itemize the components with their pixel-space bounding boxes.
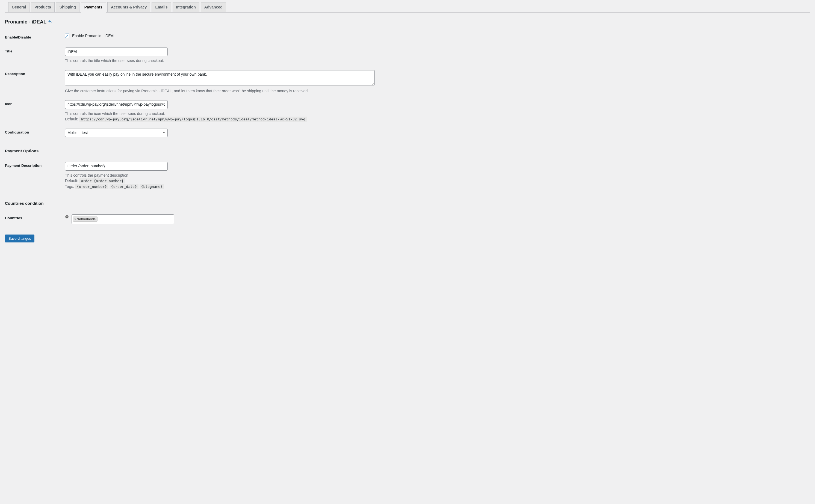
description-label: Description xyxy=(5,67,65,97)
tab-advanced[interactable]: Advanced xyxy=(201,2,226,13)
tab-integration[interactable]: Integration xyxy=(173,2,199,13)
payment-desc-tags-label: Tags: xyxy=(65,184,74,189)
title-label: Title xyxy=(5,44,65,67)
payment-desc-help-line1: This controls the payment description. xyxy=(65,173,129,177)
icon-input[interactable] xyxy=(65,100,168,109)
page-title: Pronamic - iDEAL xyxy=(5,19,810,25)
icon-help-line1: This controls the icon which the user se… xyxy=(65,111,165,116)
tab-accounts-privacy[interactable]: Accounts & Privacy xyxy=(107,2,150,13)
icon-help: This controls the icon which the user se… xyxy=(65,111,375,122)
tab-payments[interactable]: Payments xyxy=(81,2,106,13)
icon-label: Icon xyxy=(5,97,65,125)
payment-options-heading: Payment Options xyxy=(5,149,810,153)
return-arrow-icon xyxy=(48,20,52,24)
payment-description-input[interactable] xyxy=(65,162,168,171)
back-link[interactable] xyxy=(48,20,52,24)
configuration-label: Configuration xyxy=(5,125,65,141)
enable-disable-label: Enable/Disable xyxy=(5,30,65,44)
payment-desc-tag-1: {order_date} xyxy=(109,184,138,189)
country-tag: × Netherlands xyxy=(73,217,97,222)
payment-desc-default-code: Order {order_number} xyxy=(79,178,125,183)
remove-tag-icon[interactable]: × xyxy=(74,217,76,221)
enable-checkbox[interactable] xyxy=(65,34,69,38)
payment-desc-tag-0: {order_number} xyxy=(75,184,108,189)
country-tag-label: Netherlands xyxy=(76,217,96,221)
countries-multiselect[interactable]: × Netherlands xyxy=(72,214,174,224)
svg-text:?: ? xyxy=(66,216,68,218)
tab-shipping[interactable]: Shipping xyxy=(56,2,79,13)
title-help: This controls the title which the user s… xyxy=(65,58,375,63)
countries-label: Countries xyxy=(5,211,65,227)
description-help: Give the customer instructions for payin… xyxy=(65,88,375,94)
page-title-text: Pronamic - iDEAL xyxy=(5,19,46,25)
help-tooltip-icon[interactable]: ? xyxy=(65,215,69,219)
payment-desc-tag-2: {blogname} xyxy=(140,184,164,189)
description-textarea[interactable]: With iDEAL you can easily pay online in … xyxy=(65,70,375,85)
configuration-select[interactable]: Mollie – test xyxy=(65,129,168,137)
countries-condition-heading: Countries condition xyxy=(5,201,810,206)
title-input[interactable] xyxy=(65,48,168,56)
enable-checkbox-label: Enable Pronamic - iDEAL xyxy=(72,34,115,38)
payment-description-label: Payment Description xyxy=(5,159,65,193)
tab-emails[interactable]: Emails xyxy=(152,2,171,13)
settings-tabs: GeneralProductsShippingPaymentsAccounts … xyxy=(5,2,810,13)
icon-default-label: Default: xyxy=(65,117,78,121)
enable-checkbox-wrap[interactable]: Enable Pronamic - iDEAL xyxy=(65,34,807,38)
payment-desc-default-label: Default: xyxy=(65,179,78,183)
checkmark-icon xyxy=(66,34,69,37)
tab-general[interactable]: General xyxy=(8,2,29,13)
payment-description-help: This controls the payment description. D… xyxy=(65,173,375,189)
icon-default-code: https://cdn.wp-pay.org/jsdelivr.net/npm/… xyxy=(79,117,307,122)
tab-products[interactable]: Products xyxy=(31,2,55,13)
save-changes-button[interactable]: Save changes xyxy=(5,235,34,242)
